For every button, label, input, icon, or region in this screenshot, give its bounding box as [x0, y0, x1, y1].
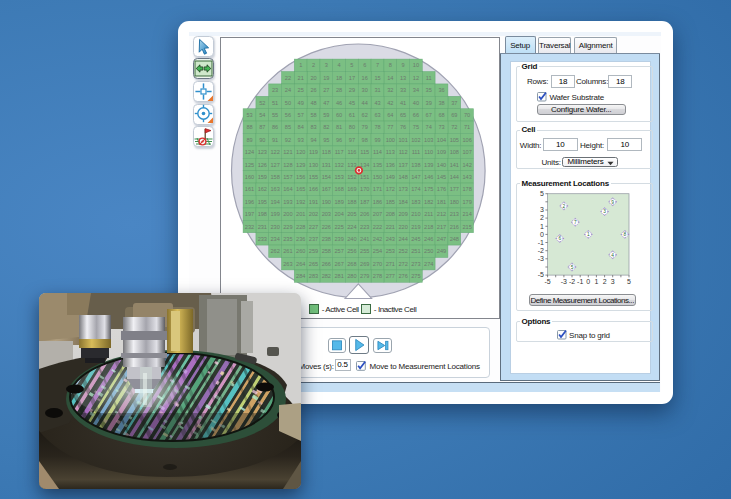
- svg-text:-2: -2: [538, 247, 544, 254]
- svg-text:3: 3: [611, 278, 615, 285]
- svg-text:2: 2: [603, 278, 607, 285]
- svg-text:-1: -1: [538, 239, 544, 246]
- svg-text:-3: -3: [561, 278, 567, 285]
- svg-text:4: 4: [611, 253, 614, 258]
- svg-text:-3: -3: [538, 255, 544, 262]
- svg-text:2: 2: [540, 214, 544, 221]
- svg-text:0: 0: [540, 231, 544, 238]
- svg-text:6: 6: [558, 236, 561, 241]
- svg-text:-5: -5: [538, 271, 544, 278]
- svg-text:0: 0: [586, 278, 590, 285]
- svg-text:7: 7: [574, 220, 577, 225]
- svg-text:-2: -2: [569, 278, 575, 285]
- svg-text:5: 5: [571, 265, 574, 270]
- svg-text:3: 3: [540, 206, 544, 213]
- svg-text:1: 1: [587, 232, 590, 237]
- svg-text:1: 1: [540, 223, 544, 230]
- svg-text:5: 5: [627, 278, 631, 285]
- svg-text:2: 2: [563, 204, 566, 209]
- svg-text:-1: -1: [577, 278, 583, 285]
- svg-text:9: 9: [611, 200, 614, 205]
- svg-text:-5: -5: [544, 278, 550, 285]
- svg-text:1: 1: [594, 278, 598, 285]
- svg-text:3: 3: [603, 209, 606, 214]
- svg-text:8: 8: [624, 232, 627, 237]
- svg-text:5: 5: [540, 190, 544, 197]
